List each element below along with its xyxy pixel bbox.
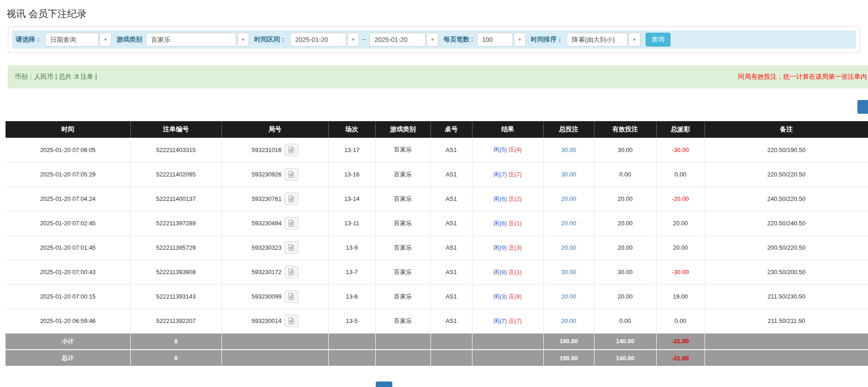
cell-remark: 220.50/220.50 <box>705 162 868 187</box>
cell-bet-id: 522211397289 <box>130 211 221 235</box>
cell-time: 2025-01-20 06:59:46 <box>6 309 130 333</box>
video-replay-icon[interactable] <box>285 168 298 181</box>
table-header-row: 时间 注单编号 局号 场次 游戏类别 桌号 结果 总投注 有效投注 总派彩 备注 <box>6 121 868 138</box>
total-count: 8 <box>130 350 221 366</box>
game-type-value[interactable]: 百家乐 <box>146 33 236 47</box>
cell-table-no: AS1 <box>431 162 472 187</box>
total-bet-link[interactable]: 30.00 <box>561 269 577 276</box>
cell-bet-id: 522211403315 <box>130 138 221 162</box>
cell-session: 13-6 <box>328 284 375 309</box>
pagination-button-top[interactable] <box>857 100 868 114</box>
subtotal-row: 小计 8 190.00 140.00 -21.00 <box>6 333 868 350</box>
cell-session: 13-14 <box>328 187 375 211</box>
chevron-down-icon[interactable]: ▼ <box>514 33 526 47</box>
total-bet-link[interactable]: 20.00 <box>561 317 577 324</box>
cell-table-no: AS1 <box>431 235 472 260</box>
chevron-down-icon[interactable]: ▼ <box>629 33 641 47</box>
cell-total-bet: 20.00 <box>543 211 594 235</box>
cell-result: 闲(5) 庄(4) <box>472 138 543 162</box>
cell-session: 13-11 <box>328 211 375 235</box>
cell-round-id: 593230172 <box>221 260 328 284</box>
col-header-round-id: 局号 <box>221 121 328 138</box>
cell-remark: 211.50/211.50 <box>705 309 868 333</box>
select-type-label: 请选择： <box>16 35 41 44</box>
video-replay-icon[interactable] <box>285 241 298 254</box>
date-from-value[interactable]: 2025-01-20 <box>290 33 346 47</box>
chevron-down-icon[interactable]: ▼ <box>99 33 111 47</box>
cell-valid-bet: 0.00 <box>594 162 656 187</box>
total-bet-link[interactable]: 20.00 <box>561 293 577 300</box>
cell-round-id: 593231016 <box>221 138 328 162</box>
total-bet-link[interactable]: 20.00 <box>561 220 577 227</box>
cell-total-bet: 20.00 <box>543 284 594 309</box>
cell-game-type: 百家乐 <box>375 138 431 162</box>
video-replay-icon[interactable] <box>285 193 298 205</box>
cell-round-id: 593230014 <box>221 309 328 333</box>
chevron-down-icon[interactable]: ▼ <box>237 33 249 47</box>
cell-total-bet: 30.00 <box>543 138 594 162</box>
total-row: 总计 8 190.00 140.00 -21.00 <box>6 350 868 366</box>
subtotal-label: 小计 <box>6 333 130 350</box>
total-bet-link[interactable]: 20.00 <box>561 244 577 251</box>
sort-order-combobox[interactable]: 降幂(由大到小) ▼ <box>567 33 641 47</box>
total-bet-link[interactable]: 30.00 <box>561 147 577 153</box>
search-button[interactable]: 查询 <box>646 33 670 47</box>
cell-valid-bet: 20.00 <box>594 187 656 211</box>
subtotal-count: 8 <box>130 333 221 350</box>
chevron-down-icon[interactable]: ▼ <box>347 33 359 47</box>
table-row: 2025-01-20 07:00:15 522211393143 5932300… <box>6 284 868 309</box>
table-row: 2025-01-20 07:02:45 522211397289 5932304… <box>6 211 868 235</box>
total-bet-link[interactable]: 30.00 <box>561 171 577 178</box>
page-size-value[interactable]: 100 <box>477 33 513 47</box>
cell-valid-bet: 20.00 <box>594 284 656 309</box>
cell-round-id: 593230926 <box>221 162 328 187</box>
cell-payout: -30.00 <box>656 260 705 284</box>
cell-round-id: 593230494 <box>221 211 328 235</box>
sort-order-value[interactable]: 降幂(由大到小) <box>567 33 628 47</box>
bet-records-table-wrap: 时间 注单编号 局号 场次 游戏类别 桌号 结果 总投注 有效投注 总派彩 备注… <box>6 121 868 367</box>
video-replay-icon[interactable] <box>285 144 298 156</box>
cell-valid-bet: 0.00 <box>594 309 656 333</box>
cell-remark: 220.50/190.50 <box>705 138 868 162</box>
total-valid-bet: 140.00 <box>594 350 656 366</box>
cell-bet-id: 522211400137 <box>130 187 221 211</box>
cell-bet-id: 522211402095 <box>130 162 221 187</box>
game-type-combobox[interactable]: 百家乐 ▼ <box>146 33 249 47</box>
cell-result: 闲(6) 庄(2) <box>472 187 543 211</box>
col-header-bet-id: 注单编号 <box>130 121 221 138</box>
date-to-value[interactable]: 2025-01-20 <box>369 33 425 47</box>
cell-time: 2025-01-20 07:06:05 <box>6 138 130 162</box>
table-row: 2025-01-20 06:59:46 522211392207 5932300… <box>6 309 868 333</box>
cell-game-type: 百家乐 <box>375 162 431 187</box>
chevron-down-icon[interactable]: ▼ <box>426 33 438 47</box>
subtotal-total-bet: 190.00 <box>543 333 594 350</box>
cell-valid-bet: 20.00 <box>594 235 656 260</box>
video-replay-icon[interactable] <box>285 217 298 229</box>
col-header-game-type: 游戏类别 <box>375 121 431 138</box>
video-replay-icon[interactable] <box>285 315 298 327</box>
cell-session: 13-5 <box>328 309 375 333</box>
filter-bar: 请选择： 日期查询 ▼ 游戏类别 百家乐 ▼ 时间区间： 2025-01-20 … <box>12 30 856 49</box>
video-replay-icon[interactable] <box>285 266 298 278</box>
pagination-button-bottom[interactable] <box>376 381 392 387</box>
table-row: 2025-01-20 07:06:05 522211403315 5932310… <box>6 138 868 162</box>
cell-time: 2025-01-20 07:00:15 <box>6 284 130 309</box>
cell-payout: 0.00 <box>656 162 705 187</box>
cell-round-id: 593230323 <box>221 235 328 260</box>
select-type-value[interactable]: 日期查询 <box>45 33 99 47</box>
date-to-combobox[interactable]: 2025-01-20 ▼ <box>369 33 438 47</box>
cell-session: 13-17 <box>328 138 375 162</box>
cell-bet-id: 522211393143 <box>130 284 221 309</box>
total-bet-link[interactable]: 20.00 <box>561 195 577 202</box>
cell-payout: -30.00 <box>656 138 705 162</box>
page-size-combobox[interactable]: 100 ▼ <box>477 33 526 47</box>
cell-remark: 240.50/220.50 <box>705 187 868 211</box>
col-header-valid-bet: 有效投注 <box>594 121 656 138</box>
cell-time: 2025-01-20 07:05:29 <box>6 162 130 187</box>
video-replay-icon[interactable] <box>285 290 298 303</box>
cell-table-no: AS1 <box>431 284 472 309</box>
cell-table-no: AS1 <box>431 187 472 211</box>
date-from-combobox[interactable]: 2025-01-20 ▼ <box>290 33 359 47</box>
select-type-combobox[interactable]: 日期查询 ▼ <box>45 33 111 47</box>
currency-summary-text: 币别：人民币 | 总共 :8 注单 | <box>15 73 97 81</box>
